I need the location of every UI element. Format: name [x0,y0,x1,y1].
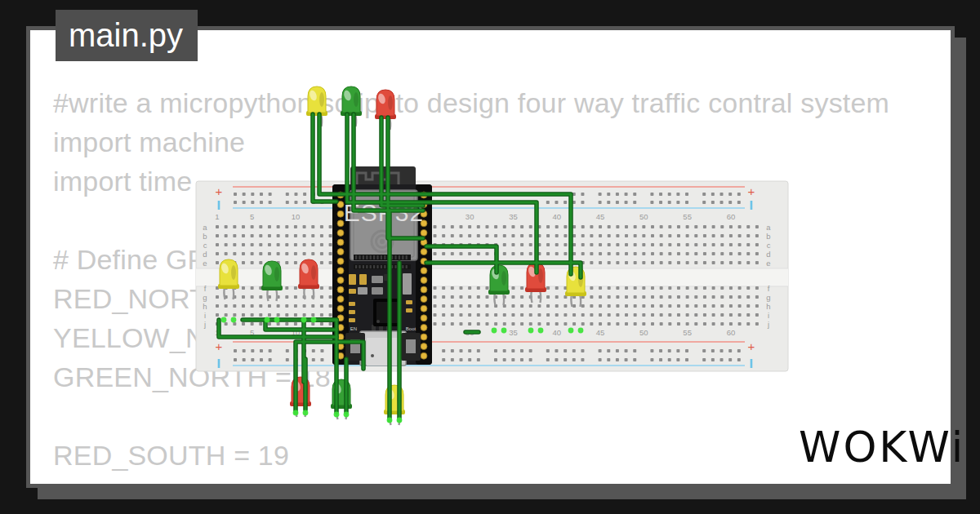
led-bottom-red[interactable] [290,377,311,417]
svg-text:30: 30 [466,212,474,221]
svg-text:d: d [766,250,770,259]
wokwi-logo: WOKWi [799,423,965,472]
connection-dot [387,418,393,423]
svg-text:e: e [766,259,770,268]
svg-text:55: 55 [683,212,692,221]
svg-text:45: 45 [596,328,605,337]
svg-text:c: c [203,241,207,250]
connection-dot [344,412,350,418]
svg-text:a: a [766,223,771,232]
svg-text:35: 35 [509,328,518,337]
svg-text:i: i [768,311,769,320]
svg-text:b: b [766,232,770,241]
svg-text:40: 40 [552,328,561,337]
connection-dot [528,328,534,334]
svg-text:d: d [203,250,207,259]
svg-text:b: b [203,232,207,241]
svg-text:60: 60 [727,212,736,221]
connection-dot [311,317,317,323]
svg-text:g: g [766,293,770,302]
connection-dot [568,328,574,334]
svg-text:f: f [204,284,207,293]
svg-text:c: c [767,241,771,250]
svg-text:+: + [216,184,223,198]
led-top-red[interactable] [375,90,396,130]
svg-text:g: g [203,293,207,302]
connection-dot [231,317,237,323]
svg-text:50: 50 [639,212,648,221]
led-top-yellow[interactable] [306,86,327,126]
connection-dot [578,328,584,334]
connection-dot [301,317,307,323]
connection-dot [221,317,227,323]
led-top-green[interactable] [341,86,362,126]
svg-text:e: e [203,259,207,268]
svg-text:5: 5 [250,212,254,221]
svg-text:a: a [203,223,207,232]
connection-dot [274,317,280,323]
svg-text:1: 1 [215,212,219,221]
svg-text:EN: EN [350,326,357,331]
svg-text:35: 35 [509,212,518,221]
svg-text:f: f [768,284,770,293]
file-tab-main-py[interactable]: main.py [56,10,198,61]
svg-text:i: i [204,311,206,320]
svg-text:50: 50 [639,328,648,337]
svg-text:+: + [216,339,223,353]
social-preview: { "tab": { "label": "main.py" }, "code_l… [0,0,980,514]
svg-text:h: h [766,302,770,311]
connection-dot [293,410,299,416]
svg-text:+: + [748,184,755,198]
svg-text:60: 60 [727,328,736,337]
connection-dot [303,410,309,416]
connection-dot [492,328,497,334]
svg-text:j: j [767,320,769,329]
connection-dot [538,328,544,334]
svg-text:+: + [748,339,755,353]
connection-dot [501,328,507,334]
file-tab-label: main.py [69,17,183,53]
svg-text:j: j [203,320,206,329]
svg-text:Boot: Boot [406,326,416,331]
svg-text:45: 45 [596,212,605,221]
svg-text:40: 40 [552,212,561,221]
svg-text:55: 55 [683,328,692,337]
connection-dot [397,418,403,423]
connection-dot [334,412,340,418]
svg-text:h: h [203,302,207,311]
connection-dot [265,317,270,323]
svg-text:10: 10 [292,212,301,221]
